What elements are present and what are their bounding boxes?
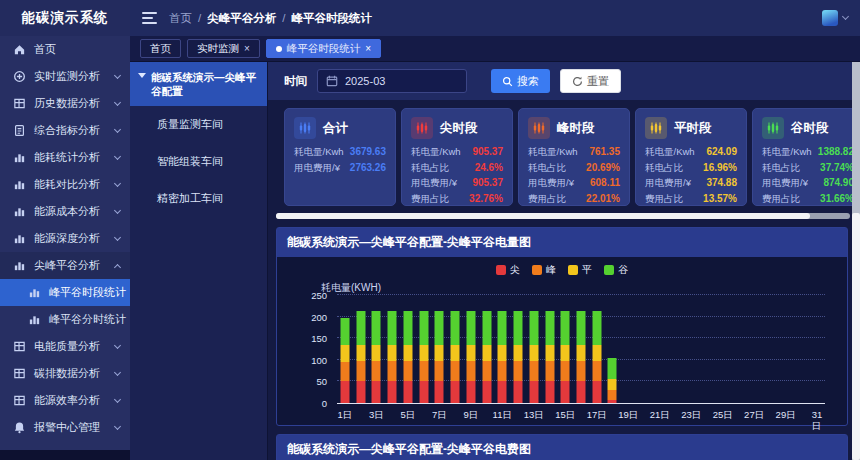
breadcrumb-item[interactable]: 峰平谷时段统计: [291, 11, 372, 26]
bar-segment-平: [435, 345, 444, 361]
metric-label: 用电费用/¥: [411, 175, 457, 191]
bar-segment-平: [388, 345, 397, 361]
x-tick-label: 19日: [618, 409, 638, 422]
x-tick-label: 5日: [400, 409, 415, 422]
tree-root-node[interactable]: 能碳系统演示—尖峰平谷配置: [130, 62, 267, 106]
metric-value: 1388.82: [818, 144, 852, 160]
bar-day-5: [403, 311, 412, 403]
bar-day-2: [356, 311, 365, 403]
metric-label: 耗电占比: [645, 160, 683, 176]
table-icon: [13, 394, 26, 407]
metric-value: 624.09: [706, 144, 737, 160]
close-icon[interactable]: ×: [365, 44, 371, 54]
horizontal-scrollbar-thumb[interactable]: [276, 213, 810, 219]
energy-chart-title: 能碳系统演示—尖峰平谷配置-尖峰平谷电量图: [277, 228, 847, 257]
calendar-icon: [326, 75, 338, 87]
monitor-icon: [13, 70, 26, 83]
card-title: 平时段: [674, 120, 712, 137]
bar-segment-谷: [608, 358, 617, 380]
y-tick-label: 0: [322, 398, 327, 409]
close-icon[interactable]: ×: [244, 44, 250, 54]
bar-segment-尖: [372, 381, 381, 403]
sidebar-item-label: 峰平谷分时统计: [49, 312, 126, 327]
search-button[interactable]: 搜索: [491, 69, 550, 93]
sidebar-item-power-quality[interactable]: 电能质量分析: [0, 333, 130, 360]
bar-segment-尖: [608, 400, 617, 403]
candles-icon: [411, 117, 433, 139]
card-metric-row: 耗电量/Kwh905.37: [411, 144, 503, 160]
bar-segment-峰: [514, 361, 523, 380]
x-tick-label: 1日: [337, 409, 352, 422]
legend-item-谷[interactable]: 谷: [604, 263, 628, 277]
bar-day-10: [482, 311, 491, 403]
bar-chart-icon: [13, 259, 26, 272]
main-column: 首页/尖峰平谷分析/峰平谷时段统计 首页实时监测×峰平谷时段统计× 能碳系统演示…: [130, 0, 860, 460]
tree-item-workshop-precision[interactable]: 精密加工车间: [130, 180, 267, 217]
report-icon: [13, 124, 26, 137]
menu-collapse-icon[interactable]: [142, 9, 157, 27]
card-header: 峰时段: [528, 117, 620, 139]
card-metric-row: 费用占比31.66%: [762, 191, 852, 207]
bar-segment-平: [498, 345, 507, 361]
tab-realtime-monitor[interactable]: 实时监测×: [187, 39, 260, 58]
sidebar-item-energy-stats[interactable]: 能耗统计分析: [0, 144, 130, 171]
breadcrumb-item[interactable]: 尖峰平谷分析: [207, 11, 276, 26]
horizontal-scrollbar[interactable]: [276, 213, 850, 219]
sidebar-nav: 首页实时监测分析历史数据分析综合指标分析能耗统计分析能耗对比分析能源成本分析能源…: [0, 36, 130, 450]
sidebar-item-home[interactable]: 首页: [0, 36, 130, 63]
bar-segment-尖: [592, 381, 601, 403]
legend-item-峰[interactable]: 峰: [532, 263, 556, 277]
bar-segment-平: [403, 345, 412, 361]
sidebar-item-peak-period-stats[interactable]: 峰平谷时段统计: [0, 279, 130, 306]
topbar: 首页/尖峰平谷分析/峰平谷时段统计: [130, 0, 860, 36]
x-tick-label: 17日: [587, 409, 607, 422]
bar-chart-icon: [13, 178, 26, 191]
sidebar-item-label: 电能质量分析: [34, 339, 100, 354]
vertical-scrollbar-thumb[interactable]: [852, 213, 860, 460]
tree-item-workshop-assembly[interactable]: 智能组装车间: [130, 143, 267, 180]
bar-segment-谷: [482, 311, 491, 344]
candles-icon: [645, 117, 667, 139]
tab-peak-period-stats[interactable]: 峰平谷时段统计×: [266, 39, 381, 58]
metric-value: 905.37: [472, 144, 503, 160]
sidebar-item-energy-depth[interactable]: 能源深度分析: [0, 225, 130, 252]
sidebar-item-peak-valley[interactable]: 尖峰平谷分析: [0, 252, 130, 279]
sidebar-item-energy-efficiency[interactable]: 能源效率分析: [0, 387, 130, 414]
user-avatar[interactable]: [822, 10, 838, 26]
bar-segment-谷: [356, 311, 365, 344]
metric-label: 耗电占比: [762, 160, 800, 176]
sidebar-item-history-analysis[interactable]: 历史数据分析: [0, 90, 130, 117]
vertical-scrollbar[interactable]: [852, 62, 860, 460]
sidebar-item-alarm-center[interactable]: 报警中心管理: [0, 414, 130, 441]
caret-down-icon[interactable]: [842, 13, 849, 20]
y-tick-label: 100: [311, 354, 327, 365]
candles-icon: [415, 121, 429, 135]
stat-card-flat: 平时段耗电量/Kwh624.09耗电占比16.96%用电费用/¥374.88费用…: [635, 108, 747, 206]
energy-chart-panel: 能碳系统演示—尖峰平谷配置-尖峰平谷电量图 尖峰平谷 耗电量(KWH) 0501…: [276, 227, 848, 426]
sidebar-item-label: 峰平谷时段统计: [49, 285, 126, 300]
sidebar-item-realtime-analysis[interactable]: 实时监测分析: [0, 63, 130, 90]
legend-item-尖[interactable]: 尖: [496, 263, 520, 277]
sidebar-item-peak-time-stats[interactable]: 峰平谷分时统计: [0, 306, 130, 333]
sidebar-item-composite-index[interactable]: 综合指标分析: [0, 117, 130, 144]
sidebar-item-energy-compare[interactable]: 能耗对比分析: [0, 171, 130, 198]
sidebar-item-energy-cost[interactable]: 能源成本分析: [0, 198, 130, 225]
sidebar-item-label: 实时监测分析: [34, 69, 100, 84]
x-axis-ticks: 1日3日5日7日9日11日13日15日17日19日21日23日25日27日29日…: [337, 407, 825, 421]
tab-home[interactable]: 首页: [140, 39, 181, 58]
breadcrumb-item[interactable]: 首页: [169, 11, 192, 26]
reset-button[interactable]: 重置: [560, 69, 621, 93]
table-icon: [13, 367, 26, 380]
card-metric-row: 费用占比13.57%: [645, 191, 737, 207]
bar-segment-尖: [388, 381, 397, 403]
bar-day-18: [608, 358, 617, 403]
bar-chart-icon: [13, 205, 26, 218]
bar-segment-尖: [419, 381, 428, 403]
tree-item-workshop-quality[interactable]: 质量监测车间: [130, 106, 267, 143]
stat-card-total: 合计耗电量/Kwh3679.63用电费用/¥2763.26: [284, 108, 396, 206]
sidebar-item-carbon-data[interactable]: 碳排数据分析: [0, 360, 130, 387]
legend-item-平[interactable]: 平: [568, 263, 592, 277]
card-metric-row: 耗电量/Kwh3679.63: [294, 144, 386, 160]
date-input[interactable]: 2025-03: [317, 69, 467, 93]
bar-segment-尖: [545, 381, 554, 403]
